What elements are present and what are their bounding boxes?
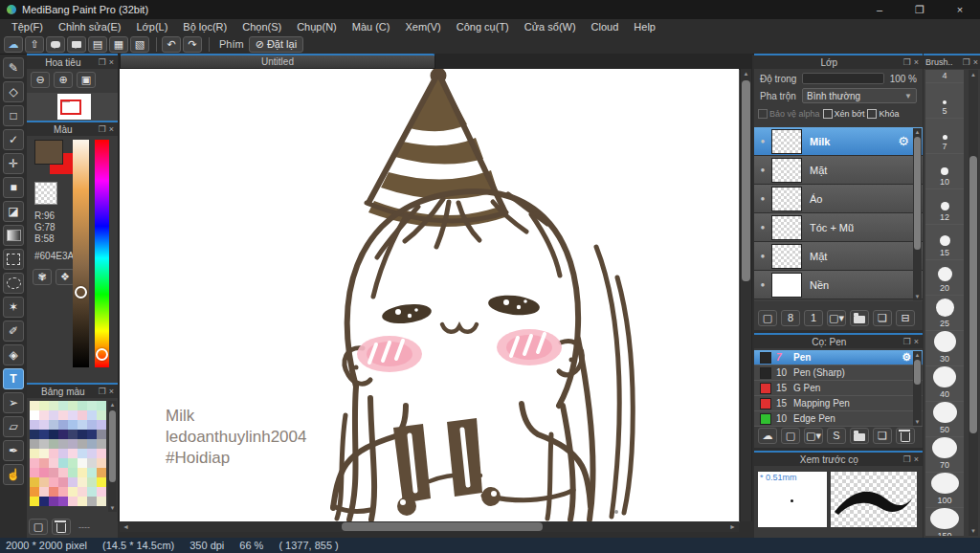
transform-tool[interactable]: ➢ bbox=[3, 392, 24, 413]
palette-swatch[interactable] bbox=[97, 497, 106, 506]
layer-visibility-icon[interactable]: ● bbox=[754, 252, 771, 260]
palette-swatch[interactable] bbox=[39, 487, 49, 497]
palette-swatch[interactable] bbox=[58, 430, 68, 439]
palette-swatch[interactable] bbox=[30, 449, 39, 458]
magic-wand-tool[interactable]: ✶ bbox=[3, 297, 24, 318]
slice-tool[interactable]: ▱ bbox=[3, 416, 24, 437]
layer-row[interactable]: ●Mặt bbox=[754, 156, 923, 185]
palette-swatch[interactable] bbox=[87, 401, 97, 410]
duplicate-brush-button[interactable]: ❏ bbox=[873, 428, 892, 444]
palette-swatch[interactable] bbox=[78, 439, 87, 449]
close-icon[interactable]: × bbox=[109, 387, 114, 396]
popout-icon[interactable]: ❐ bbox=[99, 57, 106, 67]
canvas[interactable]: Milk ledoanthuylinh2004 #Hoidiap bbox=[120, 69, 739, 521]
brush-size-item[interactable]: 7 bbox=[925, 119, 964, 154]
nav-zoom-in-button[interactable]: ⊕ bbox=[54, 72, 73, 88]
popout-icon[interactable]: ❐ bbox=[963, 57, 970, 67]
palette-swatch[interactable] bbox=[39, 430, 49, 439]
menu-item-1[interactable]: Chỉnh sửa(E) bbox=[51, 19, 128, 34]
palette-swatch[interactable] bbox=[58, 410, 68, 420]
palette-swatch[interactable] bbox=[30, 401, 39, 410]
brush-row[interactable]: 15G Pen bbox=[754, 381, 923, 396]
palette-swatch[interactable] bbox=[78, 477, 87, 487]
palette-delete-button[interactable] bbox=[52, 519, 71, 535]
palette-swatch[interactable] bbox=[30, 458, 39, 468]
gear-icon[interactable]: ⚙ bbox=[898, 134, 909, 148]
palette-swatch[interactable] bbox=[39, 439, 49, 449]
chat-button[interactable] bbox=[67, 36, 86, 53]
palette-swatch[interactable] bbox=[49, 468, 58, 477]
brush-size-item[interactable]: 70 bbox=[925, 437, 964, 473]
palette-swatch[interactable] bbox=[68, 458, 78, 468]
brush-size-item[interactable]: 25 bbox=[925, 296, 964, 331]
brush-row[interactable]: 10Edge Pen bbox=[754, 411, 923, 427]
palette-swatch[interactable] bbox=[87, 420, 97, 430]
brush-size-item[interactable]: 20 bbox=[925, 260, 964, 296]
palette-swatch[interactable] bbox=[68, 468, 78, 477]
layer-visibility-icon[interactable]: ● bbox=[754, 280, 771, 289]
popout-icon[interactable]: ❐ bbox=[903, 57, 911, 67]
palette-swatch[interactable] bbox=[30, 477, 39, 487]
popout-icon[interactable]: ❐ bbox=[99, 387, 106, 396]
palette-swatch[interactable] bbox=[78, 497, 87, 506]
palette-swatch[interactable] bbox=[68, 439, 78, 449]
palette-swatch[interactable] bbox=[49, 477, 58, 487]
publish-button[interactable]: ⇧ bbox=[25, 36, 44, 53]
palette-swatch[interactable] bbox=[87, 458, 97, 468]
brush-size-item[interactable]: 4 bbox=[925, 70, 964, 83]
move-tool[interactable]: ✛ bbox=[3, 153, 24, 174]
menu-item-6[interactable]: Màu (C) bbox=[345, 19, 398, 34]
layer-row[interactable]: ●Milk⚙ bbox=[754, 127, 923, 156]
brush-size-item[interactable]: 30 bbox=[925, 331, 964, 366]
palette-scrollbar[interactable]: ▲ ▼ bbox=[108, 401, 117, 512]
brush-size-item[interactable]: 10 bbox=[925, 154, 964, 189]
palette-swatch[interactable] bbox=[97, 439, 106, 449]
palette-swatch[interactable] bbox=[30, 410, 39, 420]
gear-icon[interactable]: ⚙ bbox=[902, 351, 911, 364]
layer-visibility-icon[interactable]: ● bbox=[754, 194, 771, 203]
brush-folder-button[interactable] bbox=[850, 428, 869, 444]
lasso-tool[interactable] bbox=[3, 273, 24, 294]
palette-swatch[interactable] bbox=[87, 430, 97, 439]
palette-swatch[interactable] bbox=[30, 468, 39, 477]
brush-cloud-button[interactable]: ☁ bbox=[758, 428, 777, 444]
bucket-tool[interactable]: ◪ bbox=[3, 201, 24, 222]
nav-fit-button[interactable]: ▣ bbox=[77, 72, 96, 88]
scroll-thumb[interactable] bbox=[342, 522, 543, 531]
gradient-tool[interactable] bbox=[3, 225, 24, 246]
close-icon[interactable]: × bbox=[109, 57, 114, 67]
palette-swatch[interactable] bbox=[87, 410, 97, 420]
palette-swatch[interactable] bbox=[87, 449, 97, 458]
palette-swatch[interactable] bbox=[39, 458, 49, 468]
comment-button[interactable] bbox=[46, 36, 65, 53]
transparent-color-swatch[interactable] bbox=[34, 182, 57, 205]
palette-swatch[interactable] bbox=[39, 477, 49, 487]
palette-swatch[interactable] bbox=[49, 430, 58, 439]
palette-swatch[interactable] bbox=[58, 497, 68, 506]
add-layer-menu-button[interactable]: ▢▾ bbox=[827, 310, 846, 326]
menu-item-10[interactable]: Cloud bbox=[584, 19, 627, 34]
blend-select[interactable]: Bình thường ▼ bbox=[802, 88, 917, 103]
add-8bit-layer-button[interactable]: 8 bbox=[781, 310, 800, 326]
brightness-bar[interactable] bbox=[73, 140, 89, 367]
add-brush-menu-button[interactable]: ▢▾ bbox=[804, 428, 823, 444]
palette-swatch[interactable] bbox=[68, 487, 78, 497]
cloud-sync-button[interactable]: ☁ bbox=[4, 36, 23, 53]
palette-swatch[interactable] bbox=[87, 468, 97, 477]
palette-swatch[interactable] bbox=[97, 420, 106, 430]
navigator-view-rect[interactable] bbox=[60, 100, 81, 115]
palette-swatch[interactable] bbox=[68, 449, 78, 458]
palette-swatch[interactable] bbox=[78, 449, 87, 458]
palette-swatch[interactable] bbox=[58, 477, 68, 487]
scroll-up-icon[interactable]: ▲ bbox=[741, 70, 751, 77]
palette-swatch[interactable] bbox=[58, 439, 68, 449]
palette-swatch[interactable] bbox=[97, 430, 106, 439]
menu-item-0[interactable]: Tệp(F) bbox=[4, 19, 51, 34]
palette-swatch[interactable] bbox=[39, 497, 49, 506]
palette-swatch[interactable] bbox=[58, 468, 68, 477]
brush-size-scrollbar[interactable]: ▲ ▼ bbox=[969, 70, 978, 536]
color-palette-button[interactable]: ✾ bbox=[33, 269, 52, 285]
palette-swatch[interactable] bbox=[49, 439, 58, 449]
palette-swatch[interactable] bbox=[49, 497, 58, 506]
scroll-right-icon[interactable]: ► bbox=[726, 523, 739, 530]
